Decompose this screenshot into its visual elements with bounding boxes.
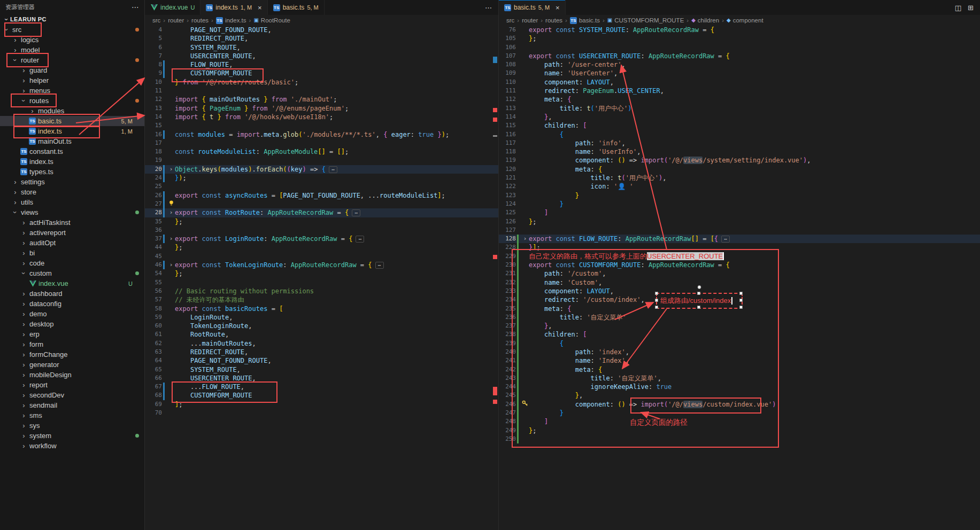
code-line-121[interactable]: 121 title: t('用户中心'), [499, 174, 980, 182]
tree-file-mainOut.ts[interactable]: TSmainOut.ts [0, 136, 144, 146]
tree-folder-desktop[interactable]: ›desktop [0, 319, 144, 329]
code-line-109[interactable]: 109 name: 'UserCenter', [499, 69, 980, 77]
code-line-63[interactable]: 63 REDIRECT_ROUTE, [145, 348, 498, 356]
line-number[interactable]: 36 [145, 226, 163, 235]
code-line-128[interactable]: 128›export const FLOW_ROUTE: AppRouteRec… [499, 235, 980, 243]
code-line-125[interactable]: 125 ] [499, 208, 980, 217]
tree-folder-erp[interactable]: ›erp [0, 329, 144, 339]
code-line-66[interactable]: 66 USERCENTER_ROUTE, [145, 374, 498, 383]
tree-folder-guard[interactable]: ›guard [0, 65, 144, 75]
code-line-124[interactable]: 124 } [499, 200, 980, 208]
code-line-243[interactable]: 243 title: '自定义菜单', [499, 374, 980, 383]
fold-chevron-icon[interactable]: › [167, 165, 175, 174]
code-line-12[interactable]: 12import { mainOutRoutes } from './mainO… [145, 95, 498, 104]
code-line-27[interactable]: 27 [145, 200, 498, 208]
code-line-232[interactable]: 232 name: 'Custom', [499, 278, 980, 287]
line-number[interactable]: 24 [145, 174, 163, 182]
line-number[interactable]: 54 [145, 269, 163, 278]
line-number[interactable]: 14 [145, 113, 163, 121]
breadcrumb-item-basic.ts[interactable]: TSbasic.ts [570, 17, 600, 24]
line-number[interactable]: 242 [499, 365, 517, 374]
code-line-228[interactable]: 228}]; [499, 243, 980, 252]
tree-file-index.ts[interactable]: TSindex.ts [0, 157, 144, 167]
line-number[interactable]: 244 [499, 383, 517, 391]
code-line-70[interactable]: 70 [145, 409, 498, 417]
line-number[interactable]: 62 [145, 339, 163, 348]
line-number[interactable]: 240 [499, 348, 517, 356]
code-line-242[interactable]: 242 meta: { [499, 365, 980, 374]
folded-code-ellipsis[interactable]: ⋯ [375, 262, 384, 269]
line-number[interactable]: 55 [145, 278, 163, 287]
tab-index.vue[interactable]: index.vueU [145, 0, 200, 15]
code-line-58[interactable]: 58export const basicRoutes = [ [145, 305, 498, 313]
tree-folder-report[interactable]: ›report [0, 380, 144, 390]
code-line-108[interactable]: 108 path: '/user-center', [499, 60, 980, 69]
tree-folder-activereport[interactable]: ›activereport [0, 228, 144, 238]
line-number[interactable]: 238 [499, 330, 517, 339]
tree-folder-demo[interactable]: ›demo [0, 309, 144, 319]
breadcrumb-item-children[interactable]: ◆children [691, 17, 719, 24]
code-line-26[interactable]: 26export const asyncRoutes = [PAGE_NOT_F… [145, 191, 498, 200]
key-icon[interactable] [522, 401, 528, 408]
code-line-248[interactable]: 248 ] [499, 417, 980, 426]
line-number[interactable]: 232 [499, 278, 517, 287]
code-line-116[interactable]: 116 { [499, 130, 980, 139]
line-number[interactable]: 8 [145, 60, 163, 69]
line-number[interactable]: 119 [499, 156, 517, 165]
line-number[interactable]: 67 [145, 383, 163, 391]
tree-folder-custom[interactable]: ›custom [0, 268, 144, 278]
tree-folder-menus[interactable]: ›menus [0, 85, 144, 96]
code-line-60[interactable]: 60 TokenLoginRoute, [145, 322, 498, 330]
code-line-110[interactable]: 110 component: LAYOUT, [499, 78, 980, 87]
code-line-241[interactable]: 241 name: 'Index', [499, 356, 980, 365]
code-line-236[interactable]: 236 title: '自定义菜单' [499, 313, 980, 322]
tree-folder-auditOpt[interactable]: ›auditOpt [0, 238, 144, 248]
code-line-231[interactable]: 231 path: '/custom', [499, 269, 980, 278]
code-line-14[interactable]: 14import { t } from '/@/hooks/web/useI18… [145, 113, 498, 121]
tree-folder-store[interactable]: ›store [0, 187, 144, 197]
line-number[interactable]: 230 [499, 261, 517, 269]
code-line-4[interactable]: 4 PAGE_NOT_FOUND_ROUTE, [145, 26, 498, 34]
line-number[interactable]: 125 [499, 208, 517, 217]
code-line-10[interactable]: 10} from '/@/router/routes/basic'; [145, 78, 498, 87]
code-line-55[interactable]: 55 [145, 278, 498, 287]
line-number[interactable]: 5 [145, 34, 163, 43]
line-number[interactable]: 44 [145, 243, 163, 252]
tree-folder-logics[interactable]: ›logics [0, 35, 144, 45]
line-number[interactable]: 126 [499, 217, 517, 226]
line-number[interactable]: 70 [145, 409, 163, 417]
code-line-65[interactable]: 65 SYSTEM_ROUTE, [145, 365, 498, 374]
tab-index.ts[interactable]: TSindex.ts1, M× [200, 0, 267, 15]
line-number[interactable]: 16 [145, 130, 163, 139]
breadcrumb-item-router[interactable]: router [168, 17, 184, 24]
code-line-18[interactable]: 18const routeModuleList: AppRouteModule[… [145, 147, 498, 156]
line-number[interactable]: 124 [499, 200, 517, 208]
tree-folder-secondDev[interactable]: ›secondDev [0, 390, 144, 400]
line-number[interactable]: 117 [499, 139, 517, 147]
tree-folder-routes[interactable]: ›routes [0, 96, 144, 106]
line-number[interactable]: 128 [499, 235, 517, 243]
code-line-67[interactable]: 67 ...FLOW_ROUTE, [145, 383, 498, 391]
breadcrumb-item-src[interactable]: src [506, 17, 514, 24]
folded-code-ellipsis[interactable]: ⋯ [721, 236, 730, 243]
tree-folder-router[interactable]: ›router [0, 55, 144, 65]
code-line-233[interactable]: 233 component: LAYOUT, [499, 287, 980, 295]
line-number[interactable]: 122 [499, 182, 517, 191]
code-line-44[interactable]: 44}; [145, 243, 498, 252]
line-number[interactable]: 250 [499, 435, 517, 443]
tree-folder-system[interactable]: ›system [0, 431, 144, 441]
line-number[interactable]: 7 [145, 52, 163, 60]
breadcrumb-item-component[interactable]: ◆component [727, 17, 763, 24]
line-number[interactable]: 59 [145, 313, 163, 322]
tree-folder-workflow[interactable]: ›workflow [0, 441, 144, 451]
code-line-115[interactable]: 115 children: [ [499, 121, 980, 130]
code-line-246[interactable]: 246 component: () => import('/@/views/cu… [499, 400, 980, 409]
code-line-45[interactable]: 45 [145, 252, 498, 261]
code-line-19[interactable]: 19 [145, 156, 498, 165]
line-number[interactable]: 76 [499, 26, 517, 34]
tree-file-index.ts[interactable]: TSindex.ts1, M [0, 126, 144, 136]
code-line-9[interactable]: 9 CUSTOMFORM_ROUTE [145, 69, 498, 77]
code-area[interactable]: 4 PAGE_NOT_FOUND_ROUTE,5 REDIRECT_ROUTE,… [145, 26, 498, 530]
line-number[interactable]: 236 [499, 313, 517, 322]
line-number[interactable]: 241 [499, 356, 517, 365]
